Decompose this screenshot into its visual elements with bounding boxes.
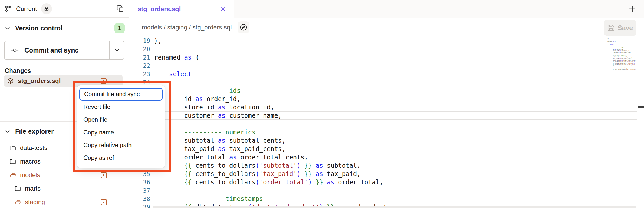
version-control-title: Version control — [15, 24, 62, 32]
code-text: customer as customer_name, — [154, 112, 282, 119]
code-line[interactable]: 23 select — [129, 70, 192, 78]
tab-title: stg_orders.sql — [138, 5, 181, 13]
folder-icon — [9, 158, 16, 165]
commit-options-dropdown[interactable] — [109, 41, 124, 59]
folder-item-staging[interactable]: staging — [0, 195, 129, 208]
modified-dot-badge — [101, 172, 107, 178]
file-explorer-title: File explorer — [15, 128, 54, 135]
code-text: id as order_id, — [154, 95, 240, 103]
code-text: {{ cents_to_dollars('order_total') }} as… — [154, 179, 383, 186]
code-text: select — [154, 70, 192, 78]
commit-and-sync-button[interactable]: Commit and sync — [5, 41, 109, 59]
line-number: 24 — [129, 79, 150, 86]
branch-readonly-pill — [41, 3, 52, 14]
folder-item-models[interactable]: models — [0, 168, 129, 182]
folder-label: staging — [25, 198, 45, 206]
modified-dot-badge — [101, 78, 107, 84]
folder-label: data-tests — [20, 144, 47, 152]
code-text: ---------- timestamps — [154, 195, 263, 203]
overview-ruler-divider — [637, 37, 637, 208]
overview-ruler-cursor-mark — [638, 106, 644, 108]
code-line[interactable]: 19), — [129, 37, 162, 45]
changes-count-badge: 1 — [114, 23, 125, 33]
folder-open-icon — [9, 172, 16, 178]
chevron-down-icon — [5, 128, 10, 134]
line-number: 20 — [129, 46, 150, 53]
tab-strip: stg_orders.sql — [129, 0, 644, 18]
code-text: {{ cents_to_dollars('subtotal') }} as su… — [154, 162, 361, 169]
line-number: 35 — [129, 171, 150, 177]
context-menu-item-copy-relative-path[interactable]: Copy relative path — [79, 139, 163, 152]
changed-file-row[interactable]: stg_orders.sql — [4, 75, 123, 87]
code-text: ), — [154, 37, 162, 44]
horizontal-scrollbar[interactable] — [153, 206, 636, 208]
copy-icon[interactable] — [116, 5, 124, 13]
folder-label: marts — [25, 185, 41, 192]
branch-bar: Current — [0, 0, 129, 18]
version-control-header[interactable]: Version control 1 — [5, 22, 125, 34]
minimap-line: {{ cents_to_dollars('order_total') }} as… — [607, 64, 636, 66]
code-line[interactable]: 38 ---------- timestamps — [129, 195, 263, 203]
plus-icon — [628, 4, 637, 13]
context-menu-item-revert-file[interactable]: Revert file — [79, 101, 163, 113]
git-branch-icon — [5, 5, 12, 12]
modified-dot-badge — [101, 199, 107, 205]
code-text: ---------- numerics — [154, 129, 255, 136]
dbt-ide-app: Current Version control — [0, 0, 644, 208]
minimap-line: {{ dbt.date_trunc('day','ordered_at') }}… — [607, 69, 636, 70]
code-line[interactable]: 20 — [129, 45, 154, 53]
context-menu-item-copy-as-ref[interactable]: Copy as ref — [79, 152, 163, 164]
code-text: ---------- ids — [154, 87, 240, 94]
folder-icon — [14, 185, 21, 192]
code-text: subtotal as subtotal_cents, — [154, 137, 286, 144]
code-text: {{ cents_to_dollars('tax_paid') }} as ta… — [154, 170, 361, 178]
line-number: 22 — [129, 62, 150, 69]
folder-label: macros — [20, 158, 41, 165]
save-label: Save — [618, 24, 633, 32]
breadcrumb: models / staging / stg_orders.sql — [142, 24, 232, 31]
code-line[interactable]: 22 — [129, 62, 154, 70]
lock-icon — [44, 6, 49, 11]
code-text: renamed as ( — [154, 54, 199, 61]
branch-name: Current — [16, 5, 37, 12]
folder-open-icon — [14, 199, 21, 205]
code-line[interactable]: 37 — [129, 186, 154, 195]
save-button[interactable]: Save — [604, 20, 636, 36]
line-number: 38 — [129, 196, 150, 202]
context-menu-item-copy-name[interactable]: Copy name — [79, 126, 163, 139]
changed-file-name: stg_orders.sql — [18, 77, 61, 84]
code-text: order_total as order_total_cents, — [154, 154, 308, 161]
code-line[interactable]: 21renamed as ( — [129, 53, 199, 62]
lineage-button[interactable] — [238, 21, 249, 33]
tabstrip-divider — [621, 0, 621, 18]
model-cube-icon — [7, 77, 14, 84]
code-line[interactable]: 36 {{ cents_to_dollars('order_total') }}… — [129, 178, 383, 186]
line-number: 36 — [129, 179, 150, 186]
minimap[interactable]: ),renamed as ( select ---------- ids id … — [607, 38, 636, 204]
code-editor[interactable]: 19),2021renamed as (2223 select2425 ----… — [129, 37, 644, 208]
line-number: 19 — [129, 37, 150, 44]
context-menu-item-commit-file-and-sync[interactable]: Commit file and sync — [79, 88, 163, 101]
code-text: tax_paid as tax_paid_cents, — [154, 145, 286, 153]
chevron-down-icon — [5, 25, 10, 31]
new-tab-button[interactable] — [623, 0, 641, 18]
changes-section-title: Changes — [5, 67, 31, 74]
folder-item-marts[interactable]: marts — [0, 182, 129, 195]
folder-label: models — [20, 171, 40, 179]
line-number: 37 — [129, 187, 150, 194]
close-x-icon[interactable] — [220, 6, 226, 12]
breadcrumb-bar: models / staging / stg_orders.sql — [129, 18, 644, 37]
compass-icon — [240, 23, 247, 31]
tab-stg-orders[interactable]: stg_orders.sql — [129, 0, 234, 18]
floppy-disk-icon — [607, 24, 615, 31]
line-number: 39 — [129, 204, 150, 208]
file-context-menu: Commit file and syncRevert fileOpen file… — [77, 85, 165, 168]
folder-icon — [9, 145, 16, 151]
code-text: store_id as location_id, — [154, 104, 274, 111]
main-panel: stg_orders.sql models / staging / stg_or… — [129, 0, 644, 208]
line-number: 21 — [129, 54, 150, 61]
code-line[interactable]: 35 {{ cents_to_dollars('tax_paid') }} as… — [129, 170, 361, 178]
chevron-down-icon — [114, 47, 120, 53]
git-commit-icon — [10, 46, 19, 55]
context-menu-item-open-file[interactable]: Open file — [79, 113, 163, 126]
